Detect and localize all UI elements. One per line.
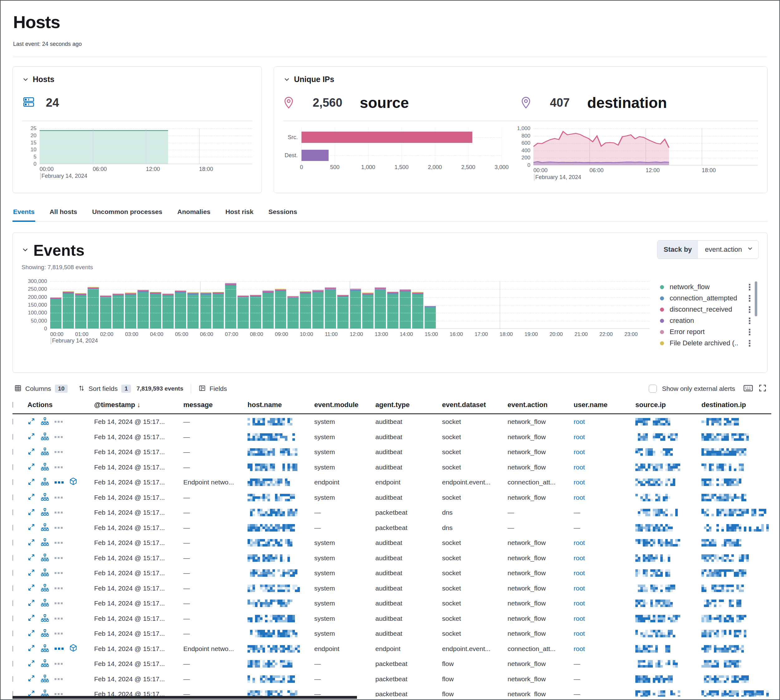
- redacted-host-name[interactable]: [248, 433, 314, 441]
- event-bar[interactable]: [100, 295, 111, 329]
- redacted-destination-ip[interactable]: [702, 448, 771, 456]
- redacted-destination-ip[interactable]: [702, 554, 771, 562]
- table-row[interactable]: Feb 14, 2024 @ 15:17...Endpoint netwo...…: [12, 475, 771, 490]
- column-header-username[interactable]: user.name: [574, 401, 635, 409]
- event-bar[interactable]: [425, 306, 436, 329]
- event-bar[interactable]: [75, 293, 86, 329]
- cell-user-name[interactable]: root: [574, 569, 635, 577]
- row-checkbox[interactable]: [12, 495, 13, 500]
- redacted-destination-ip[interactable]: [702, 585, 771, 592]
- redacted-destination-ip[interactable]: [702, 600, 771, 607]
- expand-event-icon[interactable]: [27, 523, 35, 532]
- event-bar[interactable]: [350, 288, 361, 329]
- event-bar[interactable]: [150, 292, 161, 329]
- more-actions-icon[interactable]: [55, 497, 63, 498]
- event-bar[interactable]: [113, 293, 124, 329]
- row-checkbox[interactable]: [12, 570, 13, 576]
- more-actions-icon[interactable]: [55, 436, 63, 438]
- select-all-checkbox[interactable]: [12, 402, 13, 408]
- legend-more-icon[interactable]: [749, 340, 750, 347]
- legend-more-icon[interactable]: [749, 318, 750, 324]
- redacted-source-ip[interactable]: [635, 509, 702, 516]
- event-bar[interactable]: [263, 290, 274, 329]
- column-header-eventmodule[interactable]: event.module: [314, 401, 375, 409]
- expand-event-icon[interactable]: [27, 553, 35, 562]
- table-row[interactable]: Feb 14, 2024 @ 15:17...—systemauditbeats…: [12, 565, 771, 581]
- redacted-destination-ip[interactable]: [702, 524, 771, 532]
- row-checkbox[interactable]: [12, 630, 13, 637]
- expand-event-icon[interactable]: [27, 417, 35, 427]
- event-bar[interactable]: [238, 295, 249, 329]
- more-actions-icon[interactable]: [55, 527, 63, 529]
- analyze-event-icon[interactable]: [41, 689, 49, 697]
- redacted-host-name[interactable]: [248, 630, 314, 637]
- columns-button[interactable]: Columns 10: [14, 385, 68, 393]
- redacted-source-ip[interactable]: [635, 494, 702, 501]
- event-bar[interactable]: [200, 292, 211, 329]
- event-bar[interactable]: [375, 287, 386, 329]
- redacted-source-ip[interactable]: [635, 569, 702, 577]
- redacted-destination-ip[interactable]: [702, 539, 771, 547]
- fields-button[interactable]: Fields: [199, 385, 227, 393]
- more-actions-icon[interactable]: [55, 602, 63, 604]
- sort-fields-button[interactable]: Sort fields 1: [78, 385, 131, 393]
- more-actions-icon[interactable]: [55, 451, 63, 453]
- tab-anomalies[interactable]: Anomalies: [177, 207, 211, 222]
- row-checkbox[interactable]: [12, 479, 13, 485]
- column-header-hostname[interactable]: host.name: [248, 401, 314, 409]
- tab-all-hosts[interactable]: All hosts: [49, 207, 78, 222]
- redacted-source-ip[interactable]: [635, 600, 702, 607]
- analyze-event-icon[interactable]: [41, 583, 49, 593]
- more-actions-icon[interactable]: [55, 663, 63, 665]
- table-row[interactable]: Feb 14, 2024 @ 15:17...——packetbeatflown…: [12, 687, 771, 697]
- redacted-destination-ip[interactable]: [702, 660, 771, 668]
- more-actions-icon[interactable]: [55, 542, 63, 544]
- row-checkbox[interactable]: [12, 615, 13, 622]
- row-checkbox[interactable]: [12, 449, 13, 455]
- legend-scrollbar[interactable]: [755, 282, 757, 316]
- analyze-event-icon[interactable]: [41, 538, 49, 547]
- column-header-timestamp[interactable]: @timestamp ↓: [94, 401, 183, 409]
- analyze-event-icon[interactable]: [41, 432, 49, 442]
- row-checkbox[interactable]: [12, 540, 13, 546]
- expand-event-icon[interactable]: [27, 478, 35, 487]
- cell-user-name[interactable]: root: [574, 645, 635, 653]
- more-actions-icon[interactable]: [55, 557, 63, 559]
- expand-event-icon[interactable]: [27, 690, 35, 697]
- analyze-event-icon[interactable]: [41, 523, 49, 532]
- legend-more-icon[interactable]: [749, 284, 750, 290]
- table-row[interactable]: Feb 14, 2024 @ 15:17...——packetbeatdns——: [12, 520, 771, 536]
- cell-user-name[interactable]: root: [574, 463, 635, 471]
- cell-user-name[interactable]: root: [574, 478, 635, 486]
- row-checkbox[interactable]: [12, 434, 13, 440]
- expand-event-icon[interactable]: [27, 614, 35, 623]
- event-bar[interactable]: [337, 295, 349, 329]
- redacted-host-name[interactable]: [248, 478, 314, 486]
- table-row[interactable]: Feb 14, 2024 @ 15:17...—systemauditbeats…: [12, 581, 771, 596]
- analyze-event-icon[interactable]: [41, 674, 49, 684]
- event-bar[interactable]: [412, 292, 423, 329]
- analyze-event-icon[interactable]: [41, 644, 49, 653]
- event-bar[interactable]: [175, 290, 186, 329]
- table-row[interactable]: Feb 14, 2024 @ 15:17...——packetbeatdns——: [12, 505, 771, 520]
- cell-user-name[interactable]: root: [574, 615, 635, 622]
- redacted-host-name[interactable]: [248, 645, 314, 653]
- legend-item[interactable]: File Delete archived (...: [660, 338, 758, 348]
- expand-event-icon[interactable]: [27, 432, 35, 442]
- column-header-destinationip[interactable]: destination.ip: [702, 401, 771, 409]
- expand-event-icon[interactable]: [27, 599, 35, 608]
- endpoint-cube-icon[interactable]: [69, 477, 77, 487]
- horizontal-scrollbar-thumb[interactable]: [12, 696, 357, 699]
- expand-event-icon[interactable]: [27, 569, 35, 578]
- event-bar[interactable]: [187, 292, 199, 329]
- more-actions-icon[interactable]: [55, 467, 63, 468]
- tab-events[interactable]: Events: [12, 207, 35, 222]
- more-actions-icon[interactable]: [55, 481, 63, 483]
- redacted-destination-ip[interactable]: [702, 509, 771, 516]
- chevron-down-icon[interactable]: [22, 76, 29, 83]
- more-actions-icon[interactable]: [55, 633, 63, 635]
- redacted-host-name[interactable]: [248, 600, 314, 607]
- legend-more-icon[interactable]: [749, 295, 750, 302]
- more-actions-icon[interactable]: [55, 648, 63, 650]
- cell-user-name[interactable]: root: [574, 418, 635, 425]
